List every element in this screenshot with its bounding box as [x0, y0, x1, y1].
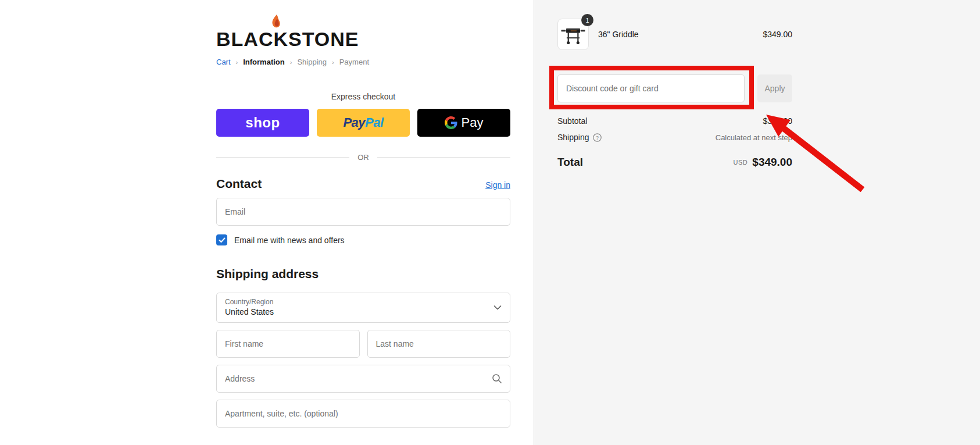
shop-pay-logo: shop: [245, 115, 280, 131]
chevron-right-icon: ›: [290, 59, 292, 66]
express-checkout-title: Express checkout: [216, 92, 510, 101]
apartment-input[interactable]: [217, 400, 510, 427]
totals-section: Subtotal $349.00 Shipping ? Calculated: [557, 116, 792, 169]
discount-field-wrap: [557, 74, 745, 102]
first-name-field-wrap: [216, 330, 360, 358]
griddle-image: [560, 23, 586, 46]
total-label: Total: [557, 156, 583, 169]
paypal-button[interactable]: PayPal: [317, 109, 410, 137]
breadcrumb-shipping: Shipping: [297, 58, 327, 66]
shipping-address-title: Shipping address: [216, 267, 510, 281]
email-input[interactable]: [217, 198, 510, 225]
quantity-badge: 1: [581, 14, 593, 26]
newsletter-label: Email me with news and offers: [234, 236, 345, 245]
chevron-right-icon: ›: [332, 59, 334, 66]
breadcrumb-information: Information: [243, 58, 285, 66]
google-pay-button[interactable]: Pay: [417, 109, 510, 137]
discount-code-input[interactable]: [558, 75, 744, 102]
last-name-input[interactable]: [368, 330, 510, 357]
email-field-wrap: [216, 198, 510, 226]
order-summary-panel: 1 36" Griddle $349.00 Apply Subtotal $34…: [534, 0, 980, 445]
or-divider: OR: [216, 153, 510, 162]
chevron-down-icon: [493, 305, 502, 311]
discount-row: Apply: [557, 74, 792, 102]
chevron-right-icon: ›: [236, 59, 238, 66]
subtotal-label: Subtotal: [557, 116, 587, 126]
shipping-label: Shipping: [557, 133, 589, 142]
svg-text:?: ?: [595, 134, 598, 140]
subtotal-value: $349.00: [763, 116, 792, 126]
flame-icon: [267, 14, 285, 29]
product-price: $349.00: [763, 30, 792, 39]
cart-line-item: 1 36" Griddle $349.00: [557, 19, 792, 50]
address-field-wrap: [216, 365, 510, 393]
country-select-value: United States: [225, 307, 502, 316]
paypal-logo: PayPal: [343, 115, 383, 130]
main-checkout-panel: BLACKSTONE Cart › Information › Shipping…: [0, 0, 534, 445]
first-name-input[interactable]: [217, 330, 359, 357]
newsletter-checkbox[interactable]: [216, 234, 227, 245]
country-select[interactable]: Country/Region United States: [216, 293, 510, 323]
breadcrumb-payment: Payment: [339, 58, 369, 66]
checkout-page: BLACKSTONE Cart › Information › Shipping…: [0, 0, 980, 445]
product-name: 36" Griddle: [598, 30, 753, 39]
sign-in-link[interactable]: Sign in: [485, 180, 510, 190]
apartment-field-wrap: [216, 400, 510, 428]
country-select-label: Country/Region: [225, 298, 502, 306]
help-icon[interactable]: ?: [593, 133, 602, 142]
blackstone-logo: BLACKSTONE: [216, 15, 510, 51]
google-g-icon: [445, 116, 457, 129]
shop-pay-button[interactable]: shop: [216, 109, 309, 137]
checkmark-icon: [219, 237, 226, 243]
contact-title: Contact: [216, 177, 262, 191]
shipping-value: Calculated at next step: [716, 133, 792, 142]
gpay-label: Pay: [462, 115, 484, 130]
currency-code: USD: [734, 159, 748, 166]
express-pay-buttons: shop PayPal Pay: [216, 109, 510, 137]
logo-text: BLACKSTONE: [216, 28, 510, 51]
last-name-field-wrap: [367, 330, 511, 358]
breadcrumb-cart[interactable]: Cart: [216, 58, 231, 66]
apply-discount-button[interactable]: Apply: [757, 74, 792, 102]
breadcrumb: Cart › Information › Shipping › Payment: [216, 58, 510, 66]
address-input[interactable]: [217, 365, 510, 392]
total-value: $349.00: [752, 156, 792, 169]
